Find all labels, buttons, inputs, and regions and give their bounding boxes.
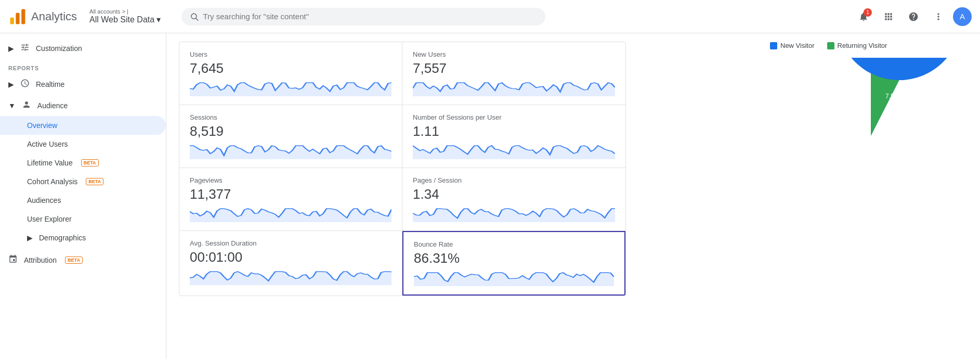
pie-chart-container: 92.5% 7.5% — [770, 58, 972, 214]
right-panel: New Visitor Returning Visitor — [762, 33, 980, 359]
metric-value: 7,557 — [413, 60, 615, 76]
legend-returning-visitor: Returning Visitor — [827, 42, 887, 49]
account-breadcrumb: All accounts > | — [89, 8, 161, 15]
attribution-beta-badge: BETA — [65, 257, 83, 264]
metric-value: 1.11 — [413, 123, 615, 139]
realtime-expand-icon: ▶ — [8, 80, 14, 88]
svg-marker-11 — [190, 272, 391, 285]
notification-badge: 1 — [864, 8, 872, 17]
app-title: Analytics — [31, 10, 77, 23]
help-button[interactable] — [903, 6, 924, 27]
sidebar-item-realtime[interactable]: ▶ Realtime — [0, 73, 166, 95]
metric-cell-bounce-rate: Bounce Rate86.31% — [402, 231, 625, 296]
sparkline — [413, 207, 615, 222]
sparkline — [190, 81, 391, 96]
realtime-icon — [20, 79, 30, 89]
sidebar-cohort-analysis-label: Cohort Analysis — [27, 177, 77, 186]
sidebar-item-lifetime-value[interactable]: Lifetime Value BETA — [0, 153, 166, 172]
sparkline — [413, 144, 615, 159]
returning-visitor-dot — [827, 42, 834, 49]
svg-rect-2 — [21, 9, 25, 24]
metrics-grid: Users7,645New Users7,557Sessions8,519Num… — [179, 42, 626, 296]
svg-rect-1 — [16, 12, 19, 24]
svg-marker-8 — [413, 146, 615, 159]
audience-icon — [22, 100, 31, 111]
sidebar-user-explorer-label: User Explorer — [27, 215, 72, 223]
sparkline — [190, 207, 391, 222]
pie-chart: 92.5% 7.5% — [793, 58, 949, 214]
topbar: Analytics All accounts > | All Web Site … — [0, 0, 980, 33]
svg-marker-9 — [190, 209, 391, 222]
metric-cell-number-of-sessions-per-user: Number of Sessions per User1.11 — [402, 105, 625, 168]
sidebar-overview-label: Overview — [27, 121, 57, 130]
svg-line-4 — [196, 18, 198, 20]
returning-visitor-label: Returning Visitor — [838, 42, 887, 49]
sidebar-item-active-users[interactable]: Active Users — [0, 135, 166, 153]
metric-cell-avg-session-duration: Avg. Session Duration00:01:00 — [179, 231, 402, 296]
metric-value: 00:01:00 — [190, 249, 391, 265]
sidebar-realtime-label: Realtime — [36, 80, 64, 88]
more-vert-icon — [933, 11, 944, 22]
sidebar-item-cohort-analysis[interactable]: Cohort Analysis BETA — [0, 172, 166, 191]
metric-label: Number of Sessions per User — [413, 113, 615, 121]
apps-button[interactable] — [878, 6, 899, 27]
lifetime-value-beta-badge: BETA — [81, 159, 99, 166]
sidebar-item-overview[interactable]: Overview — [0, 116, 166, 135]
sidebar: ▶ Customization REPORTS ▶ Realtime ▼ Aud… — [0, 33, 166, 359]
sidebar-item-attribution[interactable]: Attribution BETA — [0, 249, 166, 271]
dropdown-arrow-icon: ▾ — [156, 15, 161, 24]
metric-label: Avg. Session Duration — [190, 239, 391, 247]
sidebar-item-demographics[interactable]: ▶ Demographics — [0, 228, 166, 247]
metric-label: Pages / Session — [413, 176, 615, 184]
search-bar[interactable] — [181, 8, 545, 25]
legend-new-visitor: New Visitor — [770, 42, 815, 49]
demographics-expand-icon: ▶ — [27, 234, 33, 242]
more-button[interactable] — [928, 6, 949, 27]
search-icon — [190, 12, 199, 21]
new-pct-label: 92.5% — [860, 155, 884, 163]
notification-button[interactable]: 1 — [853, 6, 874, 27]
new-visitor-dot — [770, 42, 777, 49]
sidebar-audiences-label: Audiences — [27, 196, 61, 204]
sidebar-icon-customization — [20, 43, 30, 54]
sidebar-item-user-explorer[interactable]: User Explorer — [0, 210, 166, 228]
logo-icon — [8, 7, 27, 26]
sidebar-item-customization[interactable]: ▶ Customization — [0, 37, 166, 59]
metric-label: Users — [190, 50, 391, 58]
sidebar-demographics-label: Demographics — [39, 234, 86, 242]
metric-label: Pageviews — [190, 176, 391, 184]
attribution-icon — [8, 254, 18, 265]
sparkline — [414, 271, 614, 286]
cohort-analysis-beta-badge: BETA — [86, 178, 103, 185]
sidebar-item-audience[interactable]: ▼ Audience — [0, 95, 166, 116]
help-icon — [908, 11, 919, 22]
account-selector[interactable]: All accounts > | All Web Site Data ▾ — [89, 8, 161, 24]
metric-label: New Users — [413, 50, 615, 58]
metric-label: Bounce Rate — [414, 240, 614, 248]
avatar[interactable]: A — [953, 7, 972, 26]
account-name[interactable]: All Web Site Data ▾ — [89, 15, 161, 24]
metric-label: Sessions — [190, 113, 391, 121]
sparkline — [190, 144, 391, 159]
sparkline — [413, 81, 615, 96]
metric-cell-new-users: New Users7,557 — [402, 42, 625, 105]
topbar-actions: 1 A — [853, 6, 972, 27]
svg-rect-0 — [10, 17, 14, 24]
new-visitor-label: New Visitor — [780, 42, 815, 49]
sidebar-active-users-label: Active Users — [27, 140, 68, 148]
search-input[interactable] — [203, 12, 537, 21]
sidebar-lifetime-value-label: Lifetime Value — [27, 159, 73, 167]
metric-value: 8,519 — [190, 123, 391, 139]
legend: New Visitor Returning Visitor — [770, 42, 972, 49]
metric-cell-pages--session: Pages / Session1.34 — [402, 168, 625, 231]
main-layout: ▶ Customization REPORTS ▶ Realtime ▼ Aud… — [0, 33, 980, 359]
metric-cell-sessions: Sessions8,519 — [179, 105, 402, 168]
metric-value: 11,377 — [190, 186, 391, 202]
metric-value: 1.34 — [413, 186, 615, 202]
sidebar-item-audiences[interactable]: Audiences — [0, 191, 166, 210]
apps-icon — [883, 11, 894, 22]
logo: Analytics — [8, 7, 77, 26]
audience-expand-icon: ▼ — [8, 101, 16, 110]
sidebar-attribution-label: Attribution — [24, 256, 57, 264]
metric-value: 7,645 — [190, 60, 391, 76]
